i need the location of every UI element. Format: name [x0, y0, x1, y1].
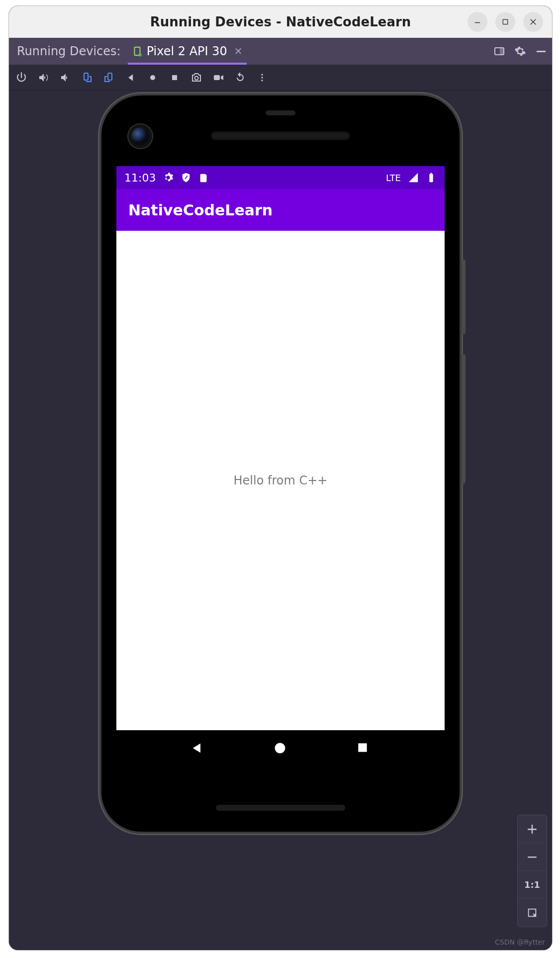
close-button[interactable]	[523, 12, 543, 32]
svg-rect-18	[429, 174, 433, 183]
emulator-toolbar	[9, 65, 552, 91]
nav-overview-icon[interactable]	[356, 741, 371, 756]
svg-rect-7	[500, 48, 504, 55]
svg-rect-21	[358, 743, 367, 752]
zoom-in-button[interactable]: +	[518, 815, 547, 843]
svg-rect-8	[537, 51, 546, 52]
svg-rect-10	[108, 73, 112, 80]
device-chin	[216, 805, 345, 811]
rotate-left-icon[interactable]	[80, 70, 94, 85]
svg-rect-19	[430, 173, 432, 175]
gear-icon[interactable]	[514, 45, 526, 57]
power-icon[interactable]	[14, 70, 29, 85]
overview-nav-icon[interactable]	[167, 70, 182, 85]
app-content: Hello from C++	[116, 231, 445, 730]
nav-back-icon[interactable]	[190, 741, 205, 756]
home-nav-icon[interactable]	[145, 70, 160, 85]
zoom-fit-button[interactable]	[518, 899, 547, 927]
svg-point-5	[138, 53, 141, 56]
window: Running Devices - NativeCodeLearn Runnin…	[9, 6, 552, 950]
app-bar: NativeCodeLearn	[116, 189, 445, 231]
battery-icon	[426, 172, 437, 183]
svg-point-11	[150, 75, 155, 80]
device-tab-label: Pixel 2 API 30	[147, 44, 227, 58]
back-nav-icon[interactable]	[123, 70, 138, 85]
record-icon[interactable]	[211, 70, 226, 85]
device-tab[interactable]: Pixel 2 API 30 ✕	[126, 38, 249, 65]
device-side-button	[462, 354, 466, 483]
tab-strip: Running Devices: Pixel 2 API 30 ✕	[9, 38, 552, 65]
signal-icon	[408, 172, 419, 183]
tab-close-icon[interactable]: ✕	[234, 45, 243, 57]
android-navbar	[116, 730, 445, 767]
device-camera	[131, 127, 149, 145]
volume-down-icon[interactable]	[58, 70, 73, 85]
shield-icon	[181, 172, 191, 183]
device-sensor	[266, 110, 295, 115]
device-earpiece	[211, 131, 350, 140]
volume-up-icon[interactable]	[36, 70, 51, 85]
svg-point-20	[275, 743, 285, 754]
device-screen[interactable]: 11:03 LTE NativeCodeLearn Hello from C++	[116, 166, 445, 767]
svg-rect-1	[503, 19, 507, 24]
sd-card-icon	[198, 172, 209, 183]
emulator-viewport: 11:03 LTE NativeCodeLearn Hello from C++	[9, 91, 552, 950]
svg-rect-14	[214, 75, 220, 80]
app-title: NativeCodeLearn	[128, 201, 273, 219]
android-statusbar: 11:03 LTE	[116, 166, 445, 189]
nav-home-icon[interactable]	[273, 741, 288, 756]
device-side-button	[462, 260, 466, 334]
screenshot-icon[interactable]	[189, 70, 204, 85]
reset-icon[interactable]	[233, 70, 248, 85]
svg-point-16	[261, 77, 263, 78]
window-title: Running Devices - NativeCodeLearn	[150, 14, 411, 29]
watermark: CSDN @Rytter	[495, 938, 545, 946]
status-network: LTE	[386, 173, 401, 183]
device-frame: 11:03 LTE NativeCodeLearn Hello from C++	[101, 96, 460, 832]
gear-icon	[163, 172, 174, 183]
svg-rect-12	[172, 75, 177, 80]
zoom-ratio-button[interactable]: 1:1	[518, 871, 547, 899]
device-icon	[132, 46, 143, 57]
maximize-button[interactable]	[495, 12, 515, 32]
running-devices-label: Running Devices:	[15, 44, 126, 58]
more-icon[interactable]	[255, 70, 270, 85]
status-time: 11:03	[124, 172, 156, 184]
titlebar: Running Devices - NativeCodeLearn	[9, 6, 552, 38]
rotate-right-icon[interactable]	[101, 70, 116, 85]
content-text: Hello from C++	[234, 474, 328, 487]
svg-point-13	[195, 76, 198, 80]
minimize-button[interactable]	[467, 12, 487, 32]
svg-point-17	[261, 80, 263, 81]
zoom-out-button[interactable]: −	[518, 843, 547, 871]
svg-rect-9	[84, 73, 88, 80]
svg-point-15	[261, 74, 263, 75]
titlebar-buttons	[467, 12, 543, 32]
zoom-panel: + − 1:1	[517, 815, 547, 927]
hide-panel-icon[interactable]	[535, 45, 547, 57]
window-mode-icon[interactable]	[493, 45, 505, 57]
